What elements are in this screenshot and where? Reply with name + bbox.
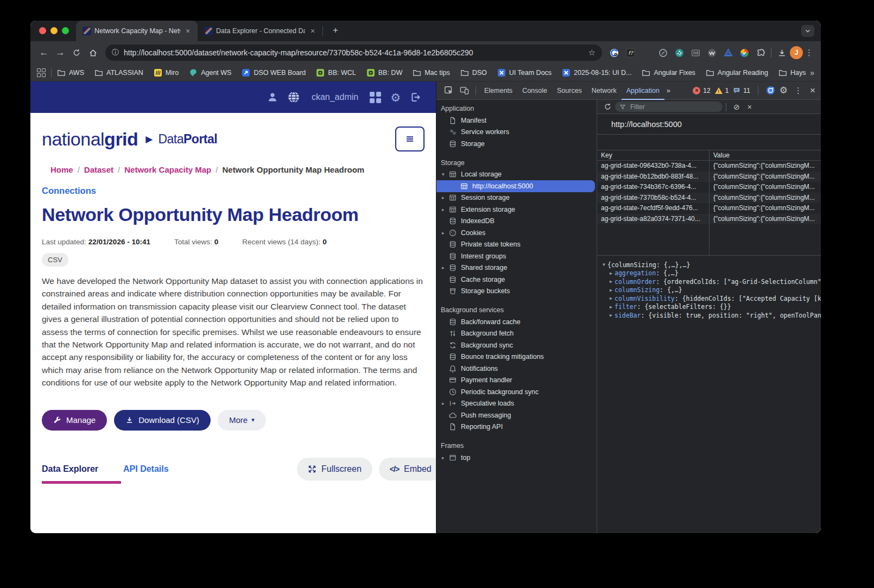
devtools-menu-icon[interactable]: ⋮ — [792, 86, 805, 96]
extension-icon[interactable] — [642, 48, 651, 58]
preview-entry[interactable]: ▶ sideBar: {visible: true, position: "ri… — [607, 311, 821, 320]
browser-menu-icon[interactable]: ⋮ — [803, 48, 815, 58]
devtools-close-icon[interactable]: × — [809, 85, 816, 96]
user-icon[interactable] — [267, 92, 278, 103]
device-toolbar-icon[interactable] — [460, 86, 469, 95]
tree-item[interactable]: http://localhost:5000 — [436, 180, 595, 192]
devtools-tab[interactable]: Elements — [479, 81, 517, 100]
profile-avatar[interactable]: J — [790, 46, 803, 59]
devtools-tab[interactable]: Console — [517, 81, 552, 100]
bookmark-item[interactable]: Mac tips — [413, 68, 450, 77]
bookmark-item[interactable]: Agent WS — [189, 68, 231, 77]
breadcrumb-item[interactable]: Network Opportunity Map Headroom — [222, 165, 364, 174]
bookmark-item[interactable]: UI Team Docs — [497, 68, 552, 77]
embed-button[interactable]: </> Embed — [379, 458, 442, 480]
home-button[interactable] — [85, 45, 101, 61]
tree-item[interactable]: Manifest — [436, 115, 595, 127]
devtools-tab[interactable]: Network — [587, 81, 622, 100]
site-menu-button[interactable] — [395, 127, 425, 151]
preview-entry[interactable]: ▶ columnOrder: {orderedColIds: ["ag-Grid… — [607, 277, 821, 286]
preview-entry[interactable]: ▶ aggregation: {,…} — [607, 269, 821, 278]
bookmark-item[interactable]: AWS — [57, 68, 84, 77]
manage-button[interactable]: Manage — [42, 410, 107, 431]
url-text[interactable]: http://localhost:5000/dataset/network-ca… — [124, 48, 584, 57]
tree-item[interactable]: Background fetch — [436, 328, 595, 340]
back-button[interactable]: ← — [36, 45, 52, 61]
tree-item[interactable]: Interest groups — [436, 250, 595, 262]
dashboard-apps-icon[interactable] — [370, 92, 381, 103]
storage-row[interactable]: ag-grid-state-7370b58c-b524-4... {"colum… — [597, 193, 821, 204]
browser-tab[interactable]: Network Capacity Map - Netw × — [76, 21, 198, 41]
devtools-tab[interactable]: Application — [622, 81, 664, 100]
settings-gear-icon[interactable]: ⚙ — [390, 92, 401, 103]
tree-item[interactable]: Reporting API — [436, 421, 595, 433]
extension-icon[interactable] — [610, 48, 619, 58]
resource-tab[interactable]: API Details — [123, 464, 169, 474]
bookmarks-overflow-icon[interactable]: » — [810, 68, 814, 77]
extension-icon[interactable] — [626, 48, 635, 58]
tree-expand-icon[interactable] — [442, 230, 449, 236]
tree-item[interactable]: Session storage — [436, 192, 595, 204]
storage-row[interactable]: ag-grid-state-096432b0-738a-4... {"colum… — [597, 161, 821, 172]
username[interactable]: ckan_admin — [312, 92, 358, 102]
delete-selected-icon[interactable]: × — [748, 103, 752, 111]
preview-entry[interactable]: ▶ filter: {selectableFilters: {}} — [607, 303, 821, 312]
preview-entry[interactable]: ▶ columnSizing: {,…} — [607, 286, 821, 295]
collapsed-arrow-icon[interactable]: ▶ — [607, 288, 615, 293]
extension-icon[interactable] — [756, 48, 765, 58]
bookmark-item[interactable]: Angular Reading — [706, 68, 768, 77]
new-tab-button[interactable]: + — [328, 23, 343, 37]
extension-icon[interactable] — [707, 48, 717, 58]
tree-item[interactable]: Cookies — [436, 227, 595, 239]
bookmark-star-icon[interactable]: ☆ — [588, 48, 596, 58]
tree-item[interactable]: Periodic background sync — [436, 386, 595, 398]
key-column-header[interactable]: Key — [597, 150, 710, 160]
downloads-button[interactable] — [774, 45, 790, 61]
collapsed-arrow-icon[interactable]: ▶ — [607, 279, 615, 284]
storage-row[interactable]: ag-grid-state-0b12bdb0-883f-48... {"colu… — [597, 172, 821, 182]
bookmark-item[interactable]: Angular Fixes — [642, 68, 695, 77]
more-panels-icon[interactable]: » — [667, 86, 670, 94]
tree-item[interactable]: Notifications — [436, 363, 595, 375]
tree-expand-icon[interactable] — [442, 172, 449, 177]
expanded-arrow-icon[interactable]: ▼ — [600, 262, 607, 267]
tree-item[interactable]: top — [436, 452, 595, 464]
extension-icon[interactable] — [675, 48, 684, 58]
bookmark-item[interactable]: DSO — [460, 68, 487, 77]
extension-icon[interactable] — [724, 48, 733, 58]
extension-icon[interactable] — [740, 48, 749, 58]
tree-expand-icon[interactable] — [442, 195, 449, 200]
dataportal-logo[interactable]: DataPortal — [158, 132, 217, 147]
logout-icon[interactable] — [410, 92, 421, 103]
tab-close-icon[interactable]: × — [183, 27, 192, 35]
preview-entry[interactable]: ▶ columnVisibility: {hiddenColIds: ["Acc… — [607, 294, 821, 303]
ai-assistant-icon[interactable] — [766, 86, 775, 95]
error-icon[interactable]: × — [693, 87, 700, 94]
bookmark-item[interactable]: ATLASSIAN — [94, 68, 143, 77]
bookmark-item[interactable]: BB: WCL — [316, 68, 356, 77]
storage-row[interactable]: ag-grid-state-734b367c-6396-4... {"colum… — [597, 182, 821, 193]
forward-button[interactable]: → — [52, 45, 68, 61]
tree-expand-icon[interactable] — [442, 455, 449, 460]
bookmark-item[interactable]: BB: DW — [366, 68, 402, 77]
nationalgrid-logo[interactable]: nationalgrid — [42, 129, 138, 150]
browser-tab[interactable]: Data Explorer - Connected Da × — [198, 21, 322, 41]
inspect-element-icon[interactable] — [444, 86, 453, 95]
tree-expand-icon[interactable] — [442, 401, 449, 406]
storage-row[interactable]: ag-grid-state-7ecfdf5f-9edd-476... {"col… — [597, 203, 821, 214]
devtools-tab[interactable]: Sources — [552, 81, 587, 100]
zoom-window-button[interactable] — [62, 27, 69, 34]
tree-item[interactable]: Extension storage — [436, 204, 595, 216]
breadcrumb-item[interactable]: Dataset — [84, 165, 113, 174]
tree-item[interactable]: Service workers — [436, 127, 595, 138]
extension-icon[interactable] — [691, 48, 700, 58]
extension-icon[interactable] — [658, 48, 668, 58]
tree-item[interactable]: Speculative loads — [436, 398, 595, 410]
bookmark-item[interactable]: Hays — [778, 68, 806, 77]
bookmark-item[interactable]: Miro — [154, 68, 179, 77]
tree-item[interactable]: IndexedDB — [436, 216, 595, 227]
tree-item[interactable]: Payment handler — [436, 375, 595, 387]
tree-item[interactable]: Push messaging — [436, 409, 595, 421]
value-column-header[interactable]: Value — [710, 150, 821, 160]
clear-all-icon[interactable]: ⊘ — [733, 103, 740, 111]
